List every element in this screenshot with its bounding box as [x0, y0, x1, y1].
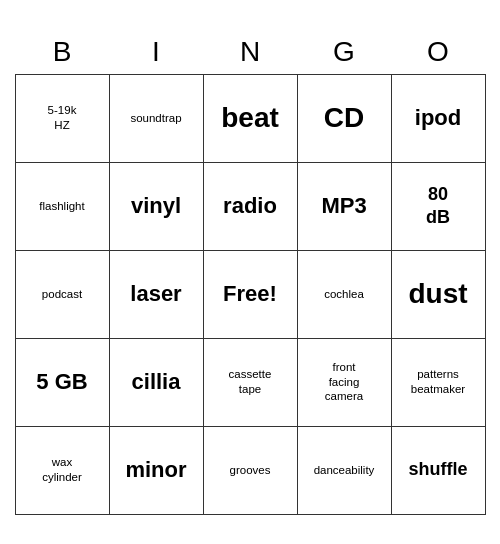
cell-text-0-1: soundtrap [114, 111, 199, 126]
row-3: 5 GBcilliacassette tapefront facing came… [15, 338, 485, 426]
cell-3-2: cassette tape [203, 338, 297, 426]
cell-4-3: danceability [297, 426, 391, 514]
cell-text-1-4: 80 dB [396, 183, 481, 230]
header-G: G [297, 30, 391, 75]
cell-text-3-0: 5 GB [20, 368, 105, 397]
cell-4-4: shuffle [391, 426, 485, 514]
bingo-grid: B I N G O 5-19k HZsoundtrapbeatCDipodfla… [15, 30, 486, 515]
cell-text-1-1: vinyl [114, 192, 199, 221]
header-row: B I N G O [15, 30, 485, 75]
cell-text-2-0: podcast [20, 287, 105, 302]
cell-text-1-3: MP3 [302, 192, 387, 221]
cell-text-4-0: wax cylinder [20, 455, 105, 485]
cell-0-0: 5-19k HZ [15, 74, 109, 162]
header-N: N [203, 30, 297, 75]
cell-text-4-2: grooves [208, 463, 293, 478]
cell-4-2: grooves [203, 426, 297, 514]
cell-0-4: ipod [391, 74, 485, 162]
cell-3-0: 5 GB [15, 338, 109, 426]
cell-2-1: laser [109, 250, 203, 338]
cell-3-4: patterns beatmaker [391, 338, 485, 426]
cell-text-1-2: radio [208, 192, 293, 221]
cell-4-1: minor [109, 426, 203, 514]
cell-text-0-4: ipod [396, 104, 481, 133]
cell-text-3-1: cillia [114, 368, 199, 397]
cell-text-4-4: shuffle [396, 458, 481, 481]
row-4: wax cylinderminorgroovesdanceabilityshuf… [15, 426, 485, 514]
cell-text-3-3: front facing camera [302, 360, 387, 405]
row-1: flashlightvinylradioMP380 dB [15, 162, 485, 250]
cell-text-2-4: dust [396, 276, 481, 312]
cell-3-3: front facing camera [297, 338, 391, 426]
cell-3-1: cillia [109, 338, 203, 426]
cell-text-2-3: cochlea [302, 287, 387, 302]
cell-text-2-2: Free! [208, 280, 293, 309]
cell-1-4: 80 dB [391, 162, 485, 250]
cell-text-1-0: flashlight [20, 199, 105, 214]
cell-2-4: dust [391, 250, 485, 338]
cell-text-4-3: danceability [302, 463, 387, 478]
cell-1-1: vinyl [109, 162, 203, 250]
cell-text-2-1: laser [114, 280, 199, 309]
cell-text-3-4: patterns beatmaker [396, 367, 481, 397]
cell-text-0-0: 5-19k HZ [20, 103, 105, 133]
row-2: podcastlaserFree!cochleadust [15, 250, 485, 338]
cell-2-2: Free! [203, 250, 297, 338]
cell-1-2: radio [203, 162, 297, 250]
cell-1-0: flashlight [15, 162, 109, 250]
cell-text-3-2: cassette tape [208, 367, 293, 397]
header-I: I [109, 30, 203, 75]
cell-0-2: beat [203, 74, 297, 162]
cell-4-0: wax cylinder [15, 426, 109, 514]
cell-text-0-2: beat [208, 100, 293, 136]
cell-text-4-1: minor [114, 456, 199, 485]
row-0: 5-19k HZsoundtrapbeatCDipod [15, 74, 485, 162]
cell-2-0: podcast [15, 250, 109, 338]
cell-text-0-3: CD [302, 100, 387, 136]
header-O: O [391, 30, 485, 75]
cell-2-3: cochlea [297, 250, 391, 338]
header-B: B [15, 30, 109, 75]
cell-1-3: MP3 [297, 162, 391, 250]
cell-0-3: CD [297, 74, 391, 162]
cell-0-1: soundtrap [109, 74, 203, 162]
